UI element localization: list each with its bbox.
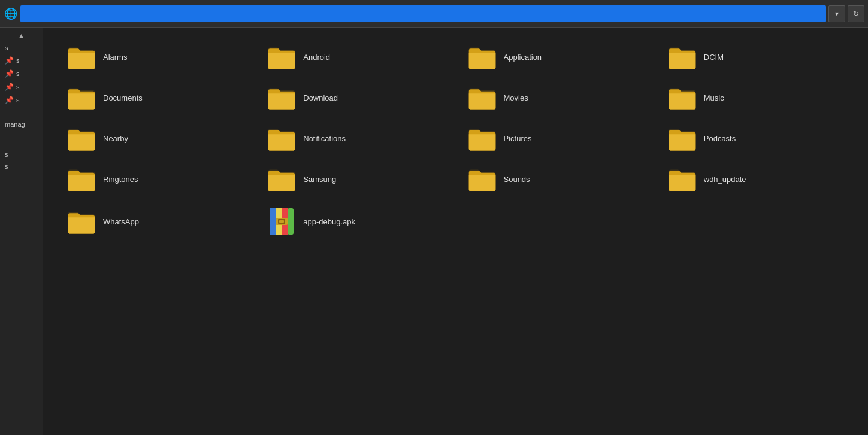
file-item-download[interactable]: Download — [261, 80, 449, 115]
file-label: Nearby — [103, 134, 128, 143]
folder-icon — [67, 44, 96, 69]
file-grid: Alarms Android Application DCIM — [61, 39, 850, 241]
file-label: Samsung — [303, 175, 336, 184]
folder-icon — [67, 85, 96, 110]
sidebar-item-7[interactable]: s — [0, 160, 43, 172]
file-label: wdh_update — [704, 175, 746, 184]
file-item-pictures[interactable]: Pictures — [462, 121, 650, 156]
folder-icon — [468, 126, 497, 151]
dropdown-button[interactable]: ▾ — [828, 5, 845, 22]
file-item-whatsapp[interactable]: WhatsApp — [61, 202, 249, 241]
file-label: Ringtones — [103, 175, 138, 184]
sidebar-item-6[interactable]: s — [0, 148, 43, 160]
file-item-movies[interactable]: Movies — [462, 80, 650, 115]
folder-icon — [468, 44, 497, 69]
folder-icon — [668, 166, 697, 191]
file-item-app-debug[interactable]: app-debug.apk — [261, 202, 449, 241]
file-label: WhatsApp — [103, 217, 139, 226]
sidebar: ▲ s 📌 s 📌 s 📌 s 📌 s — [0, 28, 43, 435]
main-layout: ▲ s 📌 s 📌 s 📌 s 📌 s — [0, 28, 868, 435]
svg-rect-7 — [279, 220, 284, 223]
file-item-wdh_update[interactable]: wdh_update — [662, 162, 850, 196]
sidebar-item-2[interactable]: 📌 s — [0, 54, 43, 67]
file-label: Documents — [103, 93, 143, 102]
file-label: Sounds — [504, 175, 530, 184]
pin-icon-3: 📌 — [5, 83, 14, 91]
file-item-music[interactable]: Music — [662, 80, 850, 115]
sidebar-item-5[interactable]: 📌 s — [0, 93, 43, 107]
file-item-nearby[interactable]: Nearby — [61, 121, 249, 156]
file-label: Download — [303, 93, 338, 102]
file-label: Music — [704, 93, 724, 102]
refresh-button[interactable]: ↻ — [848, 5, 864, 22]
folder-icon — [468, 85, 497, 110]
pin-icon-4: 📌 — [5, 96, 14, 104]
file-label: Notifications — [303, 134, 346, 143]
file-label: Alarms — [103, 53, 127, 62]
folder-icon — [267, 126, 296, 151]
folder-icon — [267, 44, 296, 69]
file-item-application[interactable]: Application — [462, 39, 650, 74]
file-item-podcasts[interactable]: Podcasts — [662, 121, 850, 156]
file-item-android[interactable]: Android — [261, 39, 449, 74]
file-label: Pictures — [504, 134, 532, 143]
folder-icon — [668, 126, 697, 151]
file-label: Application — [504, 53, 542, 62]
file-label: app-debug.apk — [303, 217, 355, 226]
folder-icon — [468, 166, 497, 191]
file-label: Android — [303, 53, 330, 62]
svg-rect-1 — [270, 208, 276, 235]
file-label: Podcasts — [704, 134, 736, 143]
sidebar-scroll-up[interactable]: ▲ — [0, 30, 43, 42]
sidebar-item-4[interactable]: 📌 s — [0, 80, 43, 93]
file-item-sounds[interactable]: Sounds — [462, 162, 650, 196]
file-browser-content: Alarms Android Application DCIM — [43, 28, 868, 435]
sidebar-item-3[interactable]: 📌 s — [0, 67, 43, 80]
apk-icon — [267, 207, 296, 236]
globe-icon: 🌐 — [4, 7, 18, 20]
sidebar-item-1[interactable]: s — [0, 42, 43, 54]
svg-rect-4 — [288, 208, 294, 235]
pin-icon: 📌 — [5, 56, 14, 65]
sidebar-item-manag[interactable]: manag — [0, 118, 43, 130]
file-item-notifications[interactable]: Notifications — [261, 121, 449, 156]
file-item-documents[interactable]: Documents — [61, 80, 249, 115]
pin-icon-2: 📌 — [5, 69, 14, 78]
address-bar: 🌐 ftp://192.168.43.1:3721/ ▾ ↻ — [0, 0, 868, 28]
folder-icon — [267, 85, 296, 110]
folder-icon — [67, 209, 96, 234]
file-label: DCIM — [704, 53, 724, 62]
file-item-samsung[interactable]: Samsung — [261, 162, 449, 196]
folder-icon — [668, 44, 697, 69]
folder-icon — [67, 166, 96, 191]
file-item-ringtones[interactable]: Ringtones — [61, 162, 249, 196]
address-input[interactable]: ftp://192.168.43.1:3721/ — [20, 5, 826, 22]
file-item-alarms[interactable]: Alarms — [61, 39, 249, 74]
file-label: Movies — [504, 93, 528, 102]
file-item-dcim[interactable]: DCIM — [662, 39, 850, 74]
folder-icon — [668, 85, 697, 110]
folder-icon — [67, 126, 96, 151]
folder-icon — [267, 166, 296, 191]
